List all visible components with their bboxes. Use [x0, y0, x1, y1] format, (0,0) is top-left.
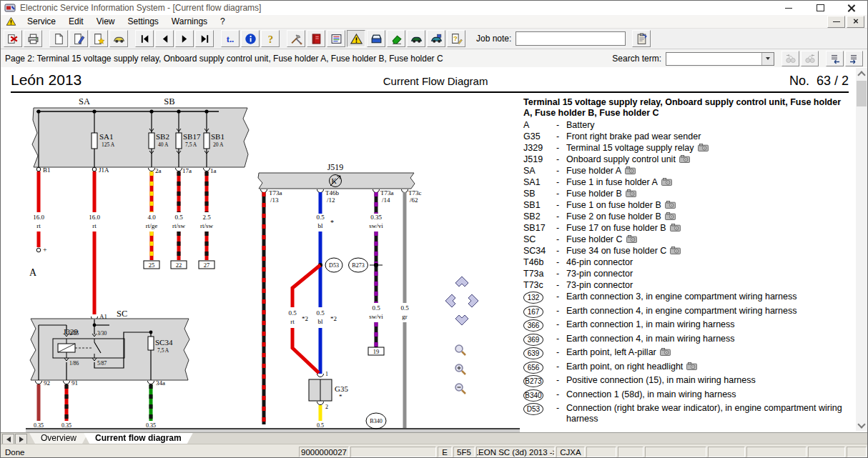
label-fuse-sb17-rating: 7,5 A: [185, 141, 197, 148]
tab-scroll-right-button[interactable]: [15, 434, 27, 444]
label-terminal-34a: 34a: [156, 379, 165, 387]
legend-dash: -: [556, 166, 566, 176]
nav-first-button[interactable]: [135, 30, 154, 47]
legend-code: SC34: [523, 246, 556, 257]
label-color: sw/vi: [369, 222, 383, 229]
help-button[interactable]: ?: [261, 30, 280, 47]
pan-right-button[interactable]: [468, 294, 478, 307]
legend-item-639: 639-Earth point, left A-pillar: [523, 347, 851, 359]
nav-prev-button[interactable]: [155, 30, 174, 47]
legend-item-j519: J519-Onboard supply control unit: [523, 154, 851, 165]
camera-icon: [626, 189, 636, 197]
legend-dash: -: [556, 223, 566, 234]
label-j329: J329: [63, 327, 78, 336]
mdi-minimize-button[interactable]: [827, 16, 845, 28]
zoom-reset-button[interactable]: [455, 345, 465, 355]
search-backward-button[interactable]: [781, 51, 799, 66]
new-entry-button[interactable]: [89, 30, 108, 47]
tab-overview[interactable]: Overview: [29, 433, 88, 444]
label-pin-186: 1/86: [69, 360, 79, 367]
camera-icon: [625, 166, 636, 174]
legend-code: B340: [523, 389, 556, 402]
vehicle-admin-button[interactable]: [427, 30, 445, 47]
control-unit-j519: J519 K T73a /13 T46b /12 T73a /14 T73c /…: [258, 162, 422, 204]
label-t73c-62: T73c: [408, 189, 422, 196]
mdi-close-button[interactable]: [847, 16, 864, 28]
eraser-button[interactable]: [387, 30, 405, 47]
documents-button[interactable]: [327, 30, 345, 47]
vehicle-button[interactable]: [109, 30, 128, 47]
menu-item-view[interactable]: View: [90, 16, 122, 27]
label-gauge: 16.0: [33, 214, 44, 221]
legend-item-b340: B340-Connection 1 (58d), in main wiring …: [523, 389, 851, 402]
search-input[interactable]: [666, 53, 761, 65]
tab-scroll-left-button[interactable]: [2, 434, 14, 444]
legend-description: Earth connection 3, in engine compartmen…: [566, 292, 851, 302]
vehicle-data-button[interactable]: [407, 30, 425, 47]
menu-bar: ServiceEditViewSettingsWarnings?: [1, 15, 867, 29]
edit-document-button[interactable]: [69, 30, 88, 47]
label-t73a-14: T73a: [380, 189, 394, 196]
status-cell-empty: [847, 447, 867, 457]
legend-dash: -: [556, 389, 566, 400]
legend-code: J519: [523, 154, 556, 165]
label-terminal-92: 92: [44, 379, 50, 387]
storage-button[interactable]: [367, 30, 385, 47]
job-note-button[interactable]: [632, 30, 651, 47]
chevron-down-icon: [857, 420, 865, 428]
info-button[interactable]: [241, 30, 260, 47]
label-fuse-sb2: SB2: [156, 132, 169, 141]
legend-dash: -: [556, 131, 566, 142]
new-document-button[interactable]: [49, 30, 68, 47]
legend-description: Fuse 1 in fuse holder A: [566, 177, 851, 188]
menu-item-[interactable]: ?: [214, 16, 232, 27]
document-help-button[interactable]: ?: [447, 30, 465, 47]
legend-item-d53: D53-Connection (right brake wear indicat…: [523, 403, 851, 424]
camera-icon: [698, 144, 709, 151]
search-dropdown-button[interactable]: [761, 53, 774, 65]
pan-down-button[interactable]: [455, 315, 468, 325]
wire-1a: 2.5 rt/sw 27: [199, 171, 214, 269]
workshop-tools-button[interactable]: [287, 30, 305, 47]
manuals-button[interactable]: [307, 30, 325, 47]
search-area: Search term:: [612, 51, 863, 66]
label-gauge: 0.35: [370, 214, 382, 221]
label-color: rt/sw: [172, 222, 186, 229]
triangle-right-icon: [19, 437, 24, 442]
legend-item-g35: G35-Front right brake pad wear sender: [523, 131, 851, 142]
menu-item-settings[interactable]: Settings: [122, 16, 165, 27]
wire-17a: 0.5 rt/sw 22: [171, 171, 187, 269]
job-note-input[interactable]: [516, 31, 626, 46]
window-minimize-button[interactable]: [773, 1, 804, 15]
legend-description: 73-pin connector: [566, 269, 851, 279]
page-bar: Page 2: Terminal 15 voltage supply relay…: [1, 49, 867, 69]
tab-current-flow-diagram[interactable]: Current flow diagram: [84, 433, 193, 444]
scroll-down-button[interactable]: [856, 419, 867, 431]
menu-item-warnings[interactable]: Warnings: [165, 16, 214, 27]
legend-dash: -: [556, 200, 566, 211]
camera-icon: [686, 362, 697, 370]
print-button[interactable]: [24, 30, 42, 47]
hitlist-next-button[interactable]: [845, 51, 863, 66]
scroll-up-button[interactable]: [856, 68, 867, 79]
zoom-in-button[interactable]: [455, 364, 465, 374]
menu-items: ServiceEditViewSettingsWarnings?: [21, 16, 826, 27]
camera-icon: [660, 348, 671, 356]
nav-next-button[interactable]: [175, 30, 194, 47]
zoom-out-button[interactable]: [455, 384, 465, 394]
warnings-toggle-button[interactable]: [347, 30, 365, 47]
jump-button[interactable]: t..: [221, 30, 240, 47]
hitlist-previous-button[interactable]: [826, 51, 844, 66]
menu-item-service[interactable]: Service: [21, 16, 62, 27]
legend-code: SB17: [523, 223, 556, 234]
scrollbar-thumb[interactable]: [857, 81, 867, 106]
pan-up-button[interactable]: [455, 277, 468, 287]
nav-last-button[interactable]: [195, 30, 214, 47]
search-forward-button[interactable]: [801, 51, 819, 66]
window-close-button[interactable]: [836, 1, 867, 15]
window-maximize-button[interactable]: [804, 1, 836, 15]
menu-item-edit[interactable]: Edit: [62, 16, 90, 27]
vertical-scrollbar[interactable]: [856, 68, 867, 431]
exit-button[interactable]: [4, 30, 22, 47]
pan-left-button[interactable]: [445, 294, 455, 307]
